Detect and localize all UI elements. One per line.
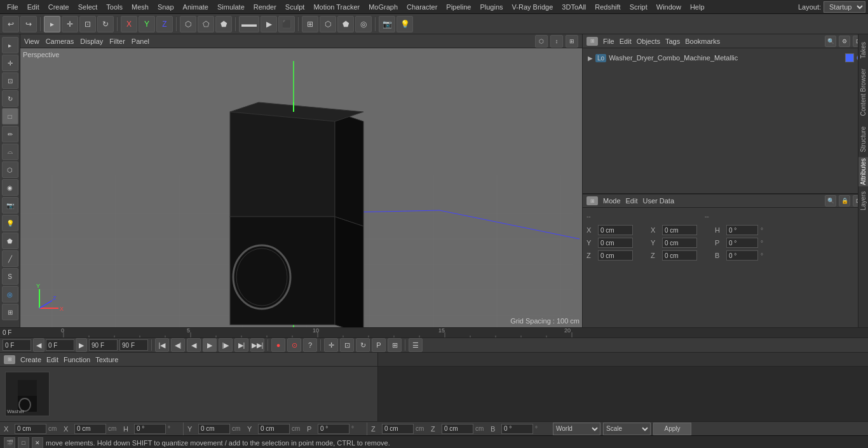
tool-arrow[interactable]: ▸ (2, 37, 18, 53)
param-button[interactable]: P (372, 338, 386, 352)
play-button[interactable]: ▶ (203, 338, 217, 352)
tool-edge[interactable]: ╱ (2, 250, 18, 267)
prev-frame-button[interactable]: ◀| (171, 338, 185, 352)
go-end-button[interactable]: ▶| (234, 338, 248, 352)
next-frame-button[interactable]: |▶ (219, 338, 233, 352)
menu-script[interactable]: Script (625, 2, 652, 12)
move-key-button[interactable]: ✛ (324, 338, 338, 352)
menu-edit[interactable]: Edit (23, 2, 44, 12)
ts-z-input[interactable] (382, 424, 414, 434)
ap-menu-edit[interactable]: Edit (626, 197, 638, 205)
scale-key-button[interactable]: ⊡ (340, 338, 354, 352)
rotate-key-button[interactable]: ↻ (356, 338, 370, 352)
op-settings-icon[interactable]: ⚙ (839, 36, 850, 47)
attr-x2-pos[interactable] (662, 225, 697, 235)
menu-animate[interactable]: Animate (179, 2, 213, 12)
go-start-button[interactable]: |◀ (155, 338, 169, 352)
attr-b-rot[interactable] (726, 250, 758, 261)
viewport-grid-button[interactable]: ⊞ (302, 16, 318, 32)
object-mode-button[interactable]: ⬡ (180, 16, 196, 32)
ts-z2-input[interactable] (442, 424, 473, 434)
attr-y2-pos[interactable] (662, 238, 697, 248)
tool-polygon[interactable]: ⬟ (2, 233, 18, 249)
tool-scale[interactable]: ⊡ (2, 72, 18, 89)
move-tool-button[interactable]: ✛ (62, 16, 78, 32)
render-full-button[interactable]: ⬛ (278, 16, 295, 32)
menu-mesh[interactable]: Mesh (127, 2, 153, 12)
menu-pipeline[interactable]: Pipeline (442, 2, 475, 12)
edges-mode-button[interactable]: ⬟ (215, 16, 232, 32)
end-frame-input[interactable] (89, 339, 118, 351)
tool-grid[interactable]: ⊞ (2, 304, 18, 320)
ts-y2-input[interactable] (258, 424, 290, 434)
obj-color-swatch[interactable] (845, 53, 854, 62)
tab-takes[interactable]: Takes (858, 37, 868, 64)
world-dropdown[interactable]: World (553, 423, 600, 435)
light-button[interactable]: 💡 (397, 16, 413, 32)
tool-brush[interactable]: ◎ (2, 286, 18, 302)
menu-simulate[interactable]: Simulate (213, 2, 249, 12)
menu-character[interactable]: Character (402, 2, 442, 12)
timeline-keyframe-area[interactable] (378, 367, 868, 421)
op-menu-edit[interactable]: Edit (620, 37, 632, 45)
attr-p-rot[interactable] (726, 238, 758, 248)
tool-move[interactable]: ✛ (2, 55, 18, 71)
tl-menu-function[interactable]: Function (64, 356, 90, 363)
tool-paint[interactable]: S (2, 268, 18, 285)
tab-content-browser[interactable]: Content Browser (858, 64, 868, 121)
menu-create[interactable]: Create (44, 2, 74, 12)
ap-lock-icon[interactable]: 🔒 (839, 195, 850, 207)
record-button[interactable]: ● (271, 338, 285, 352)
tool-spline[interactable]: ⌓ (2, 144, 18, 160)
start-frame-input[interactable] (46, 339, 74, 351)
apply-button[interactable]: Apply (653, 423, 691, 435)
ts-p-input[interactable] (318, 424, 349, 434)
attr-z2-pos[interactable] (662, 250, 697, 261)
tab-structure[interactable]: Structure (858, 121, 868, 158)
vp-menu-filter[interactable]: Filter (109, 37, 125, 45)
vp-icon-3[interactable]: ⊞ (566, 35, 578, 48)
op-search-icon[interactable]: 🔍 (825, 36, 836, 47)
redo-button[interactable]: ↪ (20, 16, 37, 32)
ts-h-input[interactable] (134, 424, 166, 434)
tl-menu-edit[interactable]: Edit (46, 356, 58, 363)
scale-tool-button[interactable]: ⊡ (79, 16, 96, 32)
menu-redshift[interactable]: Redshift (590, 2, 625, 12)
menu-vray[interactable]: V-Ray Bridge (508, 2, 558, 12)
viewport-canvas[interactable]: Perspective Grid Spacing : 100 cm X Y Z (20, 48, 582, 327)
menu-file[interactable]: File (3, 2, 23, 12)
attr-x-pos[interactable] (598, 225, 633, 235)
status-icon-square[interactable]: □ (18, 437, 29, 449)
x-axis-button[interactable]: X (121, 16, 137, 32)
go-end2-button[interactable]: ▶▶| (250, 338, 264, 352)
tab-attributes[interactable]: Attributes (858, 157, 868, 186)
tc-increment-btn[interactable]: ▶ (76, 338, 87, 352)
vp-menu-panel[interactable]: Panel (132, 37, 149, 45)
select-tool-button[interactable]: ▸ (44, 16, 60, 32)
attr-z-pos[interactable] (598, 250, 633, 261)
menu-motion-tracker[interactable]: Motion Tracker (309, 2, 364, 12)
scale-dropdown[interactable]: Scale (603, 423, 651, 435)
grid-key-button[interactable]: ⊞ (388, 338, 402, 352)
viewport-cam-button[interactable]: ◎ (355, 16, 372, 32)
ts-y-input[interactable] (198, 424, 230, 434)
z-axis-button[interactable]: Z (156, 16, 173, 32)
tool-shape[interactable]: □ (2, 108, 18, 125)
vp-menu-cameras[interactable]: Cameras (46, 37, 74, 45)
prev-play-button[interactable]: ◀ (187, 338, 201, 352)
menu-mograph[interactable]: MoGraph (364, 2, 402, 12)
ts-b-input[interactable] (501, 424, 533, 434)
menu-tools[interactable]: Tools (102, 2, 127, 12)
tl-menu-texture[interactable]: Texture (95, 356, 118, 363)
layout-select[interactable]: Startup (824, 1, 865, 13)
tool-camera[interactable]: 📷 (2, 197, 18, 214)
menu-3dtoall[interactable]: 3DToAll (557, 2, 590, 12)
attr-y-pos[interactable] (598, 238, 633, 248)
viewport-persp-button[interactable]: ⬟ (337, 16, 354, 32)
viewport[interactable]: View Cameras Display Filter Panel ⬡ ↕ ⊞ (20, 34, 582, 327)
ap-menu-mode[interactable]: Mode (603, 197, 621, 205)
vp-icon-2[interactable]: ↕ (550, 35, 563, 48)
ts-x2-input[interactable] (74, 424, 106, 434)
tc-decrement-btn[interactable]: ◀ (33, 338, 44, 352)
menu-window[interactable]: Window (652, 2, 686, 12)
